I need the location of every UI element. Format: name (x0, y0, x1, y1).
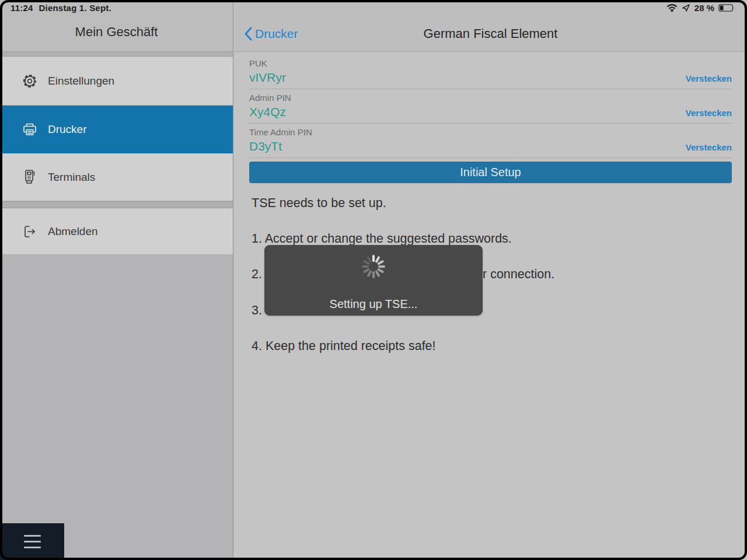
instruction-step-3: 3. (252, 303, 262, 318)
initial-setup-button[interactable]: Initial Setup (249, 162, 732, 183)
field-label: Admin PIN (249, 93, 732, 103)
sidebar-header: 11:24Dienstag 1. Sept. Mein Geschäft (0, 0, 233, 51)
page-title: German Fiscal Element (234, 15, 747, 52)
sidebar-item-label: Drucker (48, 123, 87, 136)
printer-icon (21, 121, 39, 138)
status-bar-left: 11:24Dienstag 1. Sept. (11, 3, 111, 13)
sidebar-divider (0, 51, 233, 57)
hamburger-line (24, 535, 41, 537)
main-header: 28 % Drucker German Fiscal Eleme (234, 0, 747, 52)
hamburger-line (24, 547, 41, 548)
loading-overlay: Setting up TSE... (264, 245, 483, 316)
instruction-step-2-prefix: 2. (252, 267, 262, 281)
wifi-icon (666, 4, 678, 12)
battery-icon (718, 4, 735, 12)
sidebar-item-drucker[interactable]: Drucker (0, 106, 233, 153)
admin-pin-hide-link[interactable]: Verstecken (686, 108, 732, 118)
credential-fields: PUK vIVRyr Verstecken Admin PIN Xy4Qz Ve… (234, 52, 747, 158)
instruction-step-2: 2. r connection. (252, 267, 262, 282)
time-admin-pin-value[interactable]: D3yTt (249, 139, 282, 153)
sidebar-item-abmelden[interactable]: Abmelden (0, 208, 233, 255)
time-admin-pin-hide-link[interactable]: Verstecken (686, 142, 732, 152)
sidebar-item-label: Abmelden (48, 225, 98, 238)
app-screen: 11:24Dienstag 1. Sept. Mein Geschäft Ein… (0, 0, 747, 560)
sidebar-item-terminals[interactable]: Terminals (0, 153, 233, 201)
sidebar-filler (0, 255, 233, 560)
puk-value[interactable]: vIVRyr (249, 71, 286, 85)
hamburger-line (24, 541, 41, 542)
field-label: PUK (249, 58, 732, 68)
sidebar: 11:24Dienstag 1. Sept. Mein Geschäft Ein… (0, 0, 233, 560)
instruction-step-4: 4. Keep the printed receipts safe! (252, 339, 436, 354)
puk-hide-link[interactable]: Verstecken (686, 74, 732, 83)
status-time: 11:24 (11, 3, 33, 13)
logout-icon (21, 223, 39, 240)
instruction-step-2-suffix: r connection. (483, 267, 554, 282)
status-bar-right: 28 % (666, 3, 735, 13)
loading-message: Setting up TSE... (264, 298, 483, 311)
sidebar-title: Mein Geschäft (0, 24, 233, 40)
field-label: Time Admin PIN (249, 127, 732, 137)
hamburger-menu-button[interactable] (0, 523, 64, 560)
location-arrow-icon (682, 4, 690, 12)
instruction-intro: TSE needs to be set up. (252, 196, 386, 211)
sidebar-divider (0, 201, 233, 208)
terminal-icon (21, 169, 39, 186)
admin-pin-field: Admin PIN Xy4Qz Verstecken (249, 93, 732, 124)
sidebar-item-label: Einstellungen (48, 75, 114, 88)
status-date: Dienstag 1. Sept. (39, 3, 111, 13)
sidebar-item-einstellungen[interactable]: Einstellungen (0, 57, 233, 106)
battery-percent: 28 % (694, 3, 714, 13)
instruction-step-1: 1. Accept or change the suggested passwo… (252, 232, 512, 246)
time-admin-pin-field: Time Admin PIN D3yTt Verstecken (249, 127, 732, 158)
puk-field: PUK vIVRyr Verstecken (249, 58, 732, 89)
gear-icon (21, 72, 39, 90)
sidebar-item-label: Terminals (48, 171, 95, 184)
admin-pin-value[interactable]: Xy4Qz (249, 105, 286, 119)
main-panel: 28 % Drucker German Fiscal Eleme (234, 0, 747, 560)
